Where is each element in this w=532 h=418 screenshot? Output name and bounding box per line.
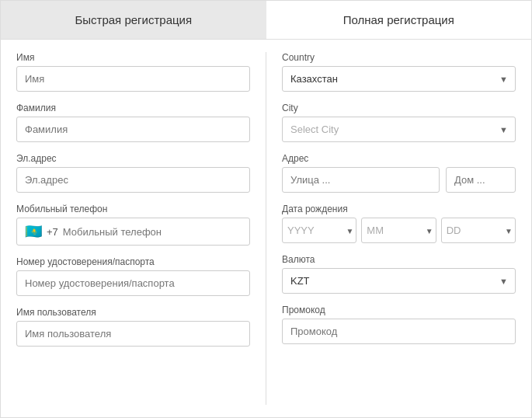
form-content: Имя Фамилия Эл.адрес Мобильный телефон 🇰… bbox=[1, 40, 531, 417]
currency-input[interactable] bbox=[282, 268, 516, 294]
email-group: Эл.адрес bbox=[16, 153, 250, 193]
dob-month-wrapper: MM ▼ bbox=[361, 218, 436, 243]
city-select[interactable]: Select City bbox=[282, 117, 516, 142]
phone-label: Мобильный телефон bbox=[16, 204, 250, 214]
promo-group: Промокод bbox=[282, 305, 516, 344]
last-name-group: Фамилия bbox=[16, 103, 250, 142]
dob-month-select[interactable]: MM bbox=[361, 218, 436, 243]
dob-day-select[interactable]: DD bbox=[441, 218, 516, 243]
tab-full[interactable]: Полная регистрация bbox=[266, 1, 532, 39]
address-label: Адрес bbox=[282, 153, 516, 164]
country-group: Country Казахстан ▼ bbox=[282, 52, 516, 92]
country-select-wrapper: Казахстан ▼ bbox=[282, 66, 516, 92]
country-label: Country bbox=[282, 52, 516, 63]
address-group: Адрес bbox=[282, 153, 516, 193]
username-input[interactable] bbox=[16, 321, 250, 347]
city-select-wrapper: Select City ▼ bbox=[282, 117, 516, 142]
last-name-input[interactable] bbox=[16, 117, 250, 142]
currency-label: Валюта bbox=[282, 254, 516, 265]
dob-year-select[interactable]: YYYY bbox=[282, 218, 356, 243]
dob-day-wrapper: DD ▼ bbox=[441, 218, 516, 243]
phone-input-wrapper: 🇰🇿 +7 bbox=[16, 218, 250, 246]
promo-label: Промокод bbox=[282, 305, 516, 315]
tabs-bar: Быстрая регистрация Полная регистрация bbox=[1, 1, 531, 40]
right-column: Country Казахстан ▼ City Select City ▼ bbox=[266, 52, 531, 405]
house-input[interactable] bbox=[446, 167, 516, 193]
address-row bbox=[282, 167, 516, 193]
last-name-label: Фамилия bbox=[16, 103, 250, 113]
dob-year-wrapper: YYYY ▼ bbox=[282, 218, 356, 243]
country-select[interactable]: Казахстан bbox=[282, 66, 516, 92]
registration-container: Быстрая регистрация Полная регистрация И… bbox=[0, 0, 532, 418]
city-group: City Select City ▼ bbox=[282, 103, 516, 142]
passport-label: Номер удостоверения/паспорта bbox=[16, 256, 250, 267]
street-input[interactable] bbox=[282, 167, 440, 193]
email-input[interactable] bbox=[16, 167, 250, 193]
passport-group: Номер удостоверения/паспорта bbox=[16, 256, 250, 296]
dob-label: Дата рождения bbox=[282, 204, 516, 214]
city-label: City bbox=[282, 103, 516, 113]
first-name-input[interactable] bbox=[16, 66, 250, 92]
promo-input[interactable] bbox=[282, 319, 516, 344]
username-group: Имя пользователя bbox=[16, 307, 250, 347]
dob-row: YYYY ▼ MM ▼ DD ▼ bbox=[282, 218, 516, 243]
phone-group: Мобильный телефон 🇰🇿 +7 bbox=[16, 204, 250, 246]
email-label: Эл.адрес bbox=[16, 153, 250, 164]
phone-code: +7 bbox=[47, 226, 58, 238]
tab-quick[interactable]: Быстрая регистрация bbox=[1, 1, 266, 39]
first-name-group: Имя bbox=[16, 52, 250, 92]
flag-icon: 🇰🇿 bbox=[25, 223, 42, 240]
currency-wrapper: ▼ bbox=[282, 268, 516, 294]
left-column: Имя Фамилия Эл.адрес Мобильный телефон 🇰… bbox=[1, 52, 266, 405]
username-label: Имя пользователя bbox=[16, 307, 250, 318]
passport-input[interactable] bbox=[16, 270, 250, 296]
currency-group: Валюта ▼ bbox=[282, 254, 516, 294]
phone-input[interactable] bbox=[63, 226, 242, 238]
dob-group: Дата рождения YYYY ▼ MM ▼ bbox=[282, 204, 516, 243]
first-name-label: Имя bbox=[16, 52, 250, 63]
